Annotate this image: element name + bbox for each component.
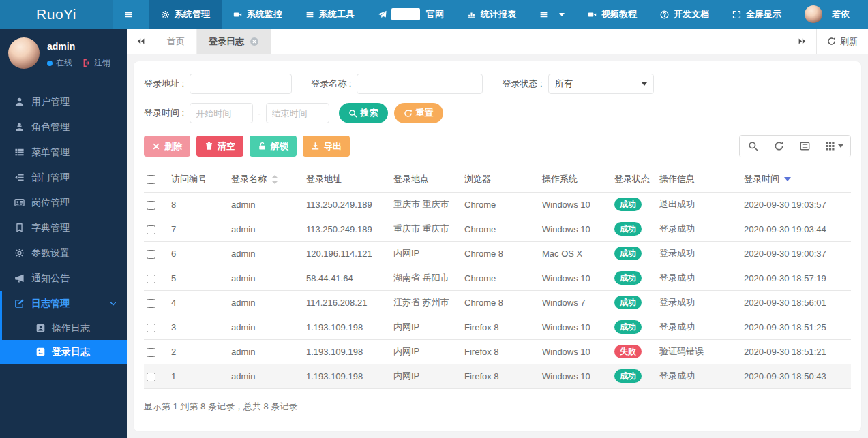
sidebar-item[interactable]: 角色管理 [0, 114, 127, 140]
reset-button[interactable]: 重置 [394, 103, 443, 123]
time-end-input[interactable] [266, 103, 329, 123]
table-row[interactable]: 7 admin 113.250.249.189 重庆市 重庆市 Chrome W… [144, 217, 851, 241]
sidebar-item[interactable]: 岗位管理 [0, 190, 127, 215]
sidebar-toggle[interactable] [113, 0, 149, 29]
nav-video-tutorial[interactable]: 视频教程 [576, 0, 648, 29]
menu-system-monitor[interactable]: 系统监控 [222, 0, 294, 29]
row-checkbox[interactable] [147, 250, 155, 259]
login-time-label: 登录时间 : [144, 107, 184, 119]
login-name-input[interactable] [357, 74, 483, 94]
sidebar-item[interactable]: 参数设置 [0, 240, 127, 266]
logout-button[interactable]: 注销 [83, 57, 110, 69]
cell-ip: 114.216.208.21 [303, 290, 391, 315]
cell-id: 4 [168, 290, 228, 315]
row-checkbox[interactable] [147, 373, 155, 381]
tabs-scroll-left-button[interactable] [127, 29, 155, 54]
cell-os: Windows 7 [539, 290, 612, 315]
table-row[interactable]: 1 admin 1.193.109.198 内网IP Firefox 8 Win… [144, 364, 851, 388]
table-row[interactable]: 6 admin 120.196.114.121 内网IP Chrome 8 Ma… [144, 241, 851, 266]
search-button[interactable]: 搜索 [339, 103, 388, 123]
menu-reports[interactable]: 统计报表 [455, 0, 528, 29]
sidebar-item[interactable]: 用户管理 [0, 89, 127, 114]
login-address-input[interactable] [190, 74, 292, 94]
sidebar-item-login-log[interactable]: 登录日志 [2, 340, 127, 364]
cell-ip: 120.196.114.121 [303, 241, 391, 266]
menu-more[interactable] [528, 0, 576, 29]
delete-button[interactable]: 删除 [144, 136, 190, 157]
cell-select [144, 315, 168, 339]
plane-icon [378, 10, 387, 19]
sidebar-item[interactable]: 日志管理 [2, 291, 127, 316]
table-row[interactable]: 2 admin 1.193.109.198 内网IP Firefox 8 Win… [144, 339, 851, 364]
brand-logo[interactable]: RuoYi [0, 0, 113, 29]
sidebar-item-oper-log[interactable]: 操作日志 [2, 316, 127, 340]
row-checkbox[interactable] [147, 348, 155, 357]
cell-login-name: admin [228, 266, 303, 290]
unlock-button[interactable]: 解锁 [250, 136, 297, 157]
column-header[interactable]: 操作信息 [657, 166, 741, 192]
trash-icon [205, 142, 213, 151]
sidebar-item[interactable]: 字典管理 [0, 215, 127, 240]
row-checkbox[interactable] [147, 275, 155, 283]
expand-icon [732, 10, 741, 19]
nav-fullscreen[interactable]: 全屏显示 [721, 0, 793, 29]
cell-message: 登录成功 [657, 266, 741, 290]
tab-login-log[interactable]: 登录日志 [197, 29, 271, 54]
menu-official-site[interactable]: 官网 [366, 0, 455, 29]
bars-icon [305, 10, 314, 19]
tab-home[interactable]: 首页 [155, 29, 197, 54]
cell-location: 湖南省 岳阳市 [391, 266, 462, 290]
table-row[interactable]: 5 admin 58.44.41.64 湖南省 岳阳市 Chrome Windo… [144, 266, 851, 290]
table-row[interactable]: 3 admin 1.193.109.198 内网IP Firefox 8 Win… [144, 315, 851, 339]
sidebar-item[interactable]: 通知公告 [0, 266, 127, 291]
menu-system-tools[interactable]: 系统工具 [294, 0, 366, 29]
nav-dev-docs[interactable]: 开发文档 [648, 0, 721, 29]
filter-row-1: 登录地址 : 登录名称 : 登录状态 : 所有 [144, 74, 851, 94]
refresh-tab-button[interactable]: 刷新 [816, 29, 868, 54]
profile-avatar[interactable] [8, 37, 40, 69]
clean-button[interactable]: 清空 [196, 136, 243, 157]
column-header[interactable]: 登录地址 [303, 166, 391, 192]
table-refresh-button[interactable] [766, 136, 792, 157]
column-header[interactable]: 登录状态 [612, 166, 657, 192]
cell-select [144, 217, 168, 241]
column-header[interactable]: 访问编号 [168, 166, 228, 192]
column-header[interactable]: 登录时间 [741, 166, 851, 192]
refresh-icon [827, 37, 836, 46]
row-checkbox[interactable] [147, 324, 155, 332]
cell-os: Windows 10 [539, 217, 612, 241]
user-menu[interactable]: 若依 [793, 0, 861, 29]
login-status-select[interactable]: 所有 [548, 74, 654, 94]
tab-close-icon[interactable] [250, 37, 259, 46]
table-detail-view-button[interactable] [792, 136, 818, 157]
column-header[interactable]: 操作系统 [539, 166, 612, 192]
menu-system-manage[interactable]: 系统管理 [149, 0, 222, 29]
sidebar-item[interactable]: 菜单管理 [0, 140, 127, 165]
column-header[interactable]: 登录地点 [391, 166, 462, 192]
cell-os: Windows 10 [539, 315, 612, 339]
tabs-scroll-right-button[interactable] [788, 29, 816, 54]
bookmark-icon [14, 223, 25, 233]
column-header[interactable]: 登录名称 [228, 166, 303, 192]
export-button[interactable]: 导出 [303, 136, 350, 157]
table-search-toggle-button[interactable] [740, 136, 766, 157]
row-checkbox[interactable] [147, 299, 155, 308]
select-all-checkbox[interactable] [147, 175, 155, 184]
sidebar-sub-item-label: 登录日志 [52, 346, 90, 358]
row-checkbox[interactable] [147, 225, 155, 234]
time-start-input[interactable] [190, 103, 253, 123]
sort-icon[interactable] [784, 175, 791, 184]
sidebar-item-label: 日志管理 [31, 298, 70, 310]
column-header[interactable]: 浏览器 [462, 166, 539, 192]
row-checkbox[interactable] [147, 201, 155, 210]
unlock-icon [258, 142, 267, 151]
sort-icon[interactable] [271, 175, 278, 184]
user-icon [14, 97, 25, 107]
table-row[interactable]: 4 admin 114.216.208.21 江苏省 苏州市 Chrome 8 … [144, 290, 851, 315]
sidebar-item[interactable]: 部门管理 [0, 165, 127, 190]
table-row[interactable]: 8 admin 113.250.249.189 重庆市 重庆市 Chrome W… [144, 192, 851, 217]
select-all-header[interactable] [144, 166, 168, 192]
cell-login-name: admin [228, 315, 303, 339]
table-columns-button[interactable] [818, 136, 850, 157]
unlock-button-label: 解锁 [271, 140, 288, 153]
